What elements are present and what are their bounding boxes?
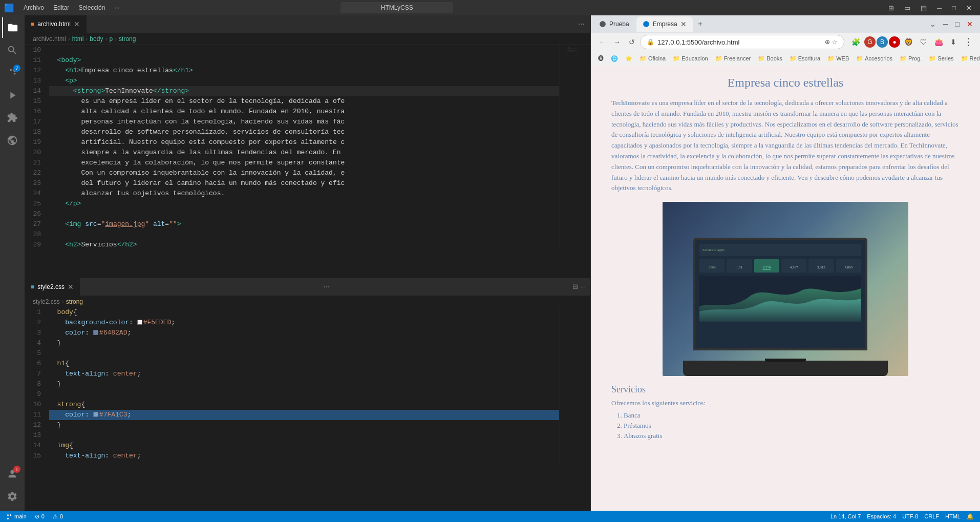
close-btn[interactable]: ✕ [962,3,976,13]
bm-web[interactable]: 📁 WEB [824,55,852,62]
bc-strong[interactable]: strong [119,35,136,43]
tab-style2-css[interactable]: ■ style2.css ✕ [25,278,80,296]
download-icon[interactable]: ⬇ [947,36,960,48]
toggle-sidebar-btn[interactable]: ▤ [917,3,931,13]
browser-tab-prueba[interactable]: Prueba [593,16,635,32]
browser-maximize[interactable]: □ [952,18,963,30]
spaces[interactable]: Espacios: 4 [865,513,898,520]
bc-html[interactable]: html [72,35,84,43]
bc-css-strong[interactable]: strong [66,298,83,305]
ln-col[interactable]: Ln 14, Col 7 [828,513,863,520]
page-image: Servicios Ágile 2500 1.51 2,550 4,587 3,… [663,202,908,376]
bm-escritura[interactable]: 📁 Escritura [786,55,823,62]
bc-body[interactable]: body [90,35,103,43]
menu-editar[interactable]: Editar [49,3,73,12]
html-icon: ■ [31,20,34,28]
browser-tabs-more[interactable]: ⌄ [927,18,939,30]
warning-count[interactable]: ⚠ 0 [51,513,65,520]
split-icon[interactable]: ⊟ [572,283,578,290]
split-editor-btn[interactable]: ⊞ [884,3,898,13]
bc-css-sep: › [62,298,64,305]
git-branch[interactable]: main [4,513,29,519]
menu-more[interactable]: ··· [110,3,123,12]
bm-freelancer[interactable]: 📁 Freelancer [712,55,754,62]
code-line: background-color: #F5EDED; [49,318,559,328]
css-icon: ■ [31,283,34,290]
tab-more-btn[interactable]: ··· [573,19,590,29]
bm-accesorios[interactable]: 📁 Accesorios [853,55,896,62]
browser-tab-close[interactable]: ✕ [680,20,687,28]
list-item: Abrazos gratis [624,432,960,440]
maximize-btn[interactable]: □ [948,3,960,13]
browser-titlebar: Prueba Empresa ✕ + ⌄ ─ □ ✕ [591,15,980,33]
menu-icon[interactable]: ⋮ [961,34,976,50]
forward-btn[interactable]: → [610,36,624,48]
code-line: excelencia y la colaboración, lo que nos… [49,158,559,168]
address-text: 127.0.0.1:5500/archivo.html [657,38,822,46]
bc-archivo[interactable]: archivo.html [33,35,66,43]
sync-icon[interactable]: ● [889,36,900,48]
extensions-icon[interactable]: 🧩 [848,36,863,48]
reload-btn[interactable]: ↺ [626,36,638,48]
minimize-btn[interactable]: ─ [933,3,946,13]
code-line: color: #6482AD; [49,328,559,338]
star-icon[interactable]: ☆ [832,38,838,46]
services-title: Servicios [611,384,960,395]
search-icon[interactable] [2,40,23,60]
tab-close-btn[interactable]: ✕ [74,20,80,28]
error-count[interactable]: ⊘ 0 [33,513,47,520]
run-icon[interactable] [2,85,23,106]
bc-sep3: › [105,35,107,43]
command-palette[interactable] [340,2,453,13]
code-line [49,389,559,400]
encoding[interactable]: UTF-8 [900,513,920,520]
code-line: siempre a la vanguardia de las últimas t… [49,148,559,158]
bm-oficina[interactable]: 📁 Oficina [636,55,669,62]
profile2-icon[interactable]: B [877,36,888,48]
css-more-icon[interactable]: ··· [580,283,586,290]
bm-books[interactable]: 📁 Books [755,55,785,62]
bm-wp[interactable]: 🅦 [595,55,607,61]
shield-icon[interactable]: 🛡 [917,36,930,48]
browser-close[interactable]: ✕ [964,18,976,30]
brave-icon[interactable]: 🦁 [901,36,916,48]
css-code[interactable]: 1234 5678 9101112 131415 body{ backgroun… [25,307,590,511]
tab-archivo-html[interactable]: ■ archivo.html ✕ [25,15,87,33]
browser-tab-empresa[interactable]: Empresa ✕ [636,16,693,32]
bm-educacion[interactable]: 📁 Educacion [670,55,711,62]
extensions-icon[interactable] [2,108,23,128]
code-line: } [49,420,559,430]
bm-prog[interactable]: 📁 Prog. [897,55,925,62]
notifications-icon[interactable]: 🔔 [965,513,976,520]
bm-globe[interactable]: 🌐 [608,55,621,62]
translate-icon[interactable]: ⊕ [825,38,830,46]
browser-minimize[interactable]: ─ [940,18,951,30]
new-tab-btn[interactable]: + [694,19,707,29]
bc-css-file[interactable]: style2.css [33,298,60,305]
address-bar[interactable]: 🔒 127.0.0.1:5500/archivo.html ⊕ ☆ [640,35,844,49]
html-editor[interactable]: 10111213 14151617 18192021 22232425 2627… [25,45,590,278]
wallet-icon[interactable]: 👛 [931,36,946,48]
settings-icon[interactable] [2,486,23,507]
toggle-panel-btn[interactable]: ▭ [900,3,914,13]
bc-sep4: › [115,35,117,43]
menu-archivo[interactable]: Archivo [19,3,48,12]
css-tab-more[interactable]: ··· [318,282,335,291]
css-tab-close[interactable]: ✕ [68,283,74,291]
language[interactable]: HTML [943,513,963,520]
bc-p[interactable]: p [109,35,113,43]
menu-seleccion[interactable]: Selección [74,3,109,12]
bm-redes[interactable]: 📁 Redes [958,55,980,62]
line-ending[interactable]: CRLF [922,513,941,520]
page-title: Empresa cinco estrellas [611,76,960,90]
remote-icon[interactable] [2,130,23,151]
services-list: Banca Préstamos Abrazos gratis [624,411,960,440]
page-paragraph: TechInnovate es una empresa líder en el … [611,98,960,194]
profile-icon[interactable]: G [864,36,876,48]
explorer-icon[interactable] [2,17,23,38]
source-control-icon[interactable]: 7 [2,62,23,83]
bm-series[interactable]: 📁 Series [926,55,956,62]
accounts-icon[interactable]: ! [2,464,23,484]
back-btn[interactable]: ← [595,36,608,48]
bm-star[interactable]: ⭐ [622,55,635,62]
